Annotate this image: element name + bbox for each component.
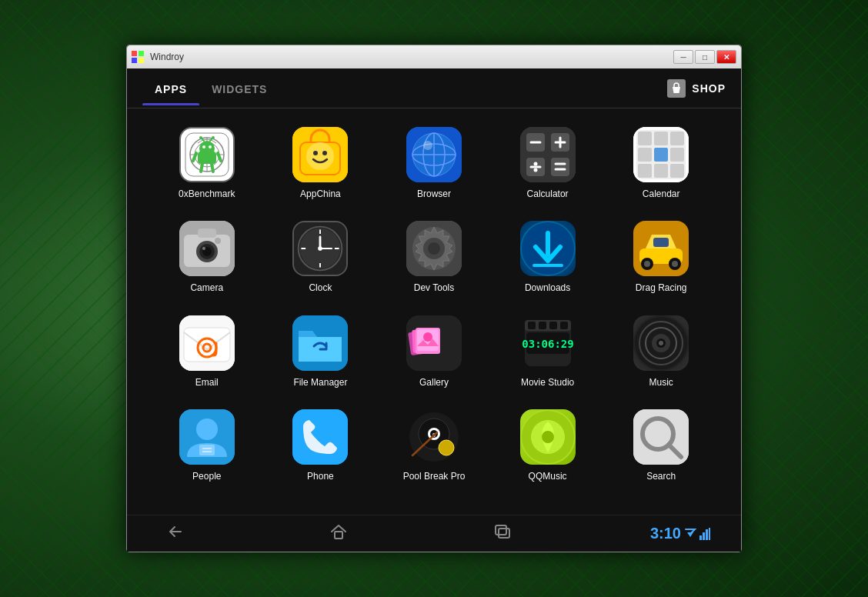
title-bar-controls: ─ □ ✕ [673,50,736,64]
app-icon-calendar [633,127,689,182]
svg-point-91 [644,261,650,267]
svg-point-138 [542,431,554,443]
app-item-music[interactable]: Music [604,305,718,399]
svg-point-122 [196,419,218,440]
maximize-button[interactable]: □ [695,50,715,64]
windroy-icon [132,51,144,63]
app-item-gallery[interactable]: Gallery [377,305,491,399]
app-label-browser: Browser [417,188,451,199]
app-label-gallery: Gallery [419,377,449,388]
app-item-camera[interactable]: Camera [150,210,264,304]
signal-icon [699,528,710,540]
app-item-email[interactable]: Email [150,305,264,399]
app-item-browser[interactable]: Browser [377,116,491,210]
svg-point-47 [533,168,537,172]
app-label-poolbreak: Pool Break Pro [403,471,466,482]
svg-rect-145 [699,535,702,540]
svg-rect-55 [638,148,652,162]
svg-rect-58 [638,164,652,178]
shop-button[interactable]: SHOP [667,79,726,98]
svg-point-104 [423,332,432,342]
svg-point-68 [215,238,221,244]
minimize-button[interactable]: ─ [673,50,693,64]
app-item-devtools[interactable]: Dev Tools [377,210,491,304]
app-item-calendar[interactable]: Calendar [604,116,718,210]
time-display: 3:10 [650,525,681,542]
app-item-filemanager[interactable]: File Manager [264,305,378,399]
app-icon-search [633,409,689,465]
svg-rect-53 [654,132,668,145]
app-label-downloads: Downloads [525,282,570,293]
app-label-calculator: Calculator [527,188,569,199]
app-item-calculator[interactable]: Calculator [491,116,605,210]
close-button[interactable]: ✕ [716,50,736,64]
app-item-appchina[interactable]: AppChina [264,116,378,210]
shop-bag-icon [667,79,686,98]
app-icon-moviestudio: 03:06:29 [520,315,576,371]
app-icon-poolbreak: 8 [406,409,462,465]
wifi-icon [684,528,696,540]
svg-point-13 [209,145,212,148]
app-label-filemanager: File Manager [293,377,347,388]
status-bar-right: 3:10 [650,525,710,542]
svg-point-45 [533,162,537,166]
app-item-phone[interactable]: Phone [264,399,378,492]
svg-rect-147 [706,529,708,540]
svg-point-78 [319,247,323,252]
tab-apps[interactable]: APPS [142,72,199,105]
app-label-0xbenchmark: 0xBenchmark [179,188,235,199]
svg-rect-111 [539,322,546,329]
app-label-search: Search [646,471,676,482]
app-label-music: Music [649,377,673,388]
svg-rect-52 [638,132,652,145]
svg-rect-57 [670,148,684,162]
app-label-devtools: Dev Tools [414,282,454,293]
app-icon-clock [292,221,348,276]
svg-point-28 [322,151,327,155]
recent-button[interactable] [486,519,520,548]
svg-rect-11 [198,152,216,164]
app-label-email: Email [195,377,219,388]
svg-rect-110 [528,322,536,329]
svg-point-21 [212,136,215,139]
svg-rect-56 [654,148,668,162]
svg-rect-142 [335,532,342,539]
back-button[interactable] [158,519,192,548]
app-icon-calculator [520,127,576,182]
svg-rect-2 [132,58,137,63]
tab-bar: APPS WIDGETS SHOP [127,68,741,108]
app-item-people[interactable]: People [150,399,264,492]
app-item-dragracing[interactable]: Drag Racing [604,210,718,304]
app-item-clock[interactable]: Clock [264,210,378,304]
app-label-clock: Clock [309,282,332,293]
svg-point-67 [202,247,205,250]
tab-widgets[interactable]: WIDGETS [199,72,279,105]
app-label-camera: Camera [190,282,223,293]
app-item-poolbreak[interactable]: 8 Pool Break Pro [377,399,491,492]
home-button[interactable] [322,519,356,548]
app-icon-devtools [406,221,462,276]
svg-rect-59 [654,164,668,178]
app-icon-dragracing [633,221,689,276]
svg-point-82 [428,242,440,255]
app-item-0xbenchmark[interactable]: 0xBenchmark [150,116,264,210]
svg-point-26 [306,142,334,170]
svg-point-27 [313,151,318,155]
app-item-downloads[interactable]: Downloads [491,210,605,304]
svg-rect-1 [139,51,144,56]
svg-rect-146 [703,532,705,540]
svg-rect-144 [499,529,509,538]
svg-rect-63 [198,228,216,238]
app-icon-email [179,315,235,371]
app-item-moviestudio[interactable]: 03:06:29 Movie Studio [491,305,605,399]
app-label-qqmusic: QQMusic [529,471,567,482]
title-bar: Windroy ─ □ ✕ [127,45,741,68]
app-icon-gallery [406,315,462,371]
app-label-people: People [192,471,221,482]
app-item-qqmusic[interactable]: QQMusic [491,399,605,492]
app-icon-browser [406,127,462,182]
app-icon-people [179,409,235,465]
svg-rect-148 [709,528,710,540]
app-icon-appchina [292,127,348,182]
app-item-search[interactable]: Search [604,399,718,492]
